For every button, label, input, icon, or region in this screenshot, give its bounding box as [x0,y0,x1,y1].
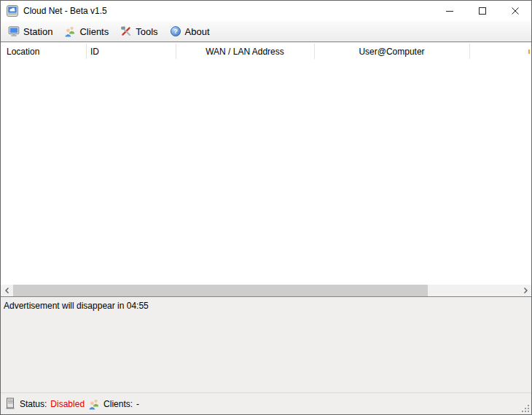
about-question-icon: ? [170,25,181,37]
status-value: Disabled [50,399,85,409]
titlebar[interactable]: Cloud Net - Beta v1.5 [1,1,531,21]
minimize-icon [445,7,454,15]
column-separator [86,44,87,59]
app-window: Cloud Net - Beta v1.5 Station [0,0,532,415]
column-separator [469,44,470,59]
window-title: Cloud Net - Beta v1.5 [23,6,433,16]
server-tower-icon [5,398,16,410]
statusbar: Status: Disabled Clients: - [1,392,531,414]
scroll-right-button[interactable] [519,285,531,296]
station-button[interactable]: Station [2,23,58,39]
column-label: Location [7,47,39,57]
column-header-user-computer[interactable]: User@Computer [314,42,469,61]
column-label: ID [90,47,99,57]
column-header-extra[interactable] [469,42,531,61]
column-header-wan-lan-address[interactable]: WAN / LAN Address [176,42,314,61]
svg-text:?: ? [173,28,178,35]
clients-value: - [136,399,139,409]
clients-label: Clients: [103,399,133,409]
clipped-column-icon [528,50,530,54]
chevron-left-icon [4,287,11,294]
tools-button[interactable]: Tools [114,23,163,39]
clients-button-label: Clients [79,26,109,37]
column-header-id[interactable]: ID [86,42,176,61]
advertisement-panel: Advertisement will disappear in 04:55 [1,297,531,392]
clients-people-icon [64,25,76,37]
advertisement-countdown-text: Advertisement will disappear in 04:55 [4,301,149,311]
about-button-label: About [185,26,210,37]
station-monitor-icon [8,25,20,37]
horizontal-scrollbar[interactable] [1,285,531,297]
close-icon [511,7,520,15]
clients-people-icon [88,398,100,410]
about-button[interactable]: ? About [164,23,216,39]
toolbar: Station Clients Tools [1,21,531,42]
resize-grip[interactable] [522,405,530,413]
maximize-icon [478,7,487,15]
chevron-right-icon [522,287,529,294]
close-button[interactable] [498,1,531,21]
column-label: User@Computer [359,47,424,57]
clients-button[interactable]: Clients [58,23,114,39]
status-label: Status: [20,399,47,409]
tools-button-label: Tools [136,26,157,37]
minimize-button[interactable] [433,1,466,21]
station-button-label: Station [23,26,52,37]
scrollbar-thumb[interactable] [13,285,428,296]
scroll-left-button[interactable] [1,285,13,296]
tools-hammer-wrench-icon [120,25,132,37]
list-header: Location ID WAN / LAN Address User@Compu… [1,42,531,61]
column-separator [176,44,176,59]
column-separator [314,44,315,59]
app-cloud-drive-icon [7,5,18,17]
column-label: WAN / LAN Address [206,47,284,57]
maximize-button[interactable] [466,1,498,21]
column-header-location[interactable]: Location [1,42,86,61]
caption-buttons [433,1,531,21]
list-body[interactable] [1,61,531,285]
